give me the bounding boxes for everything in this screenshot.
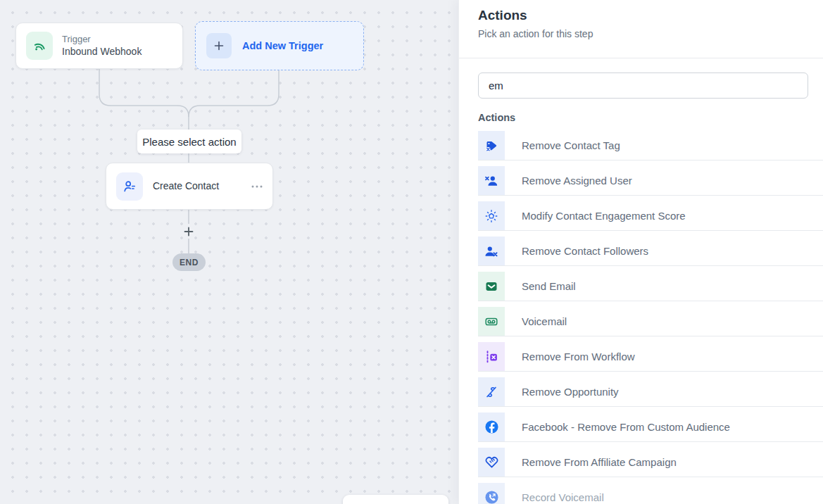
- followers-remove-icon: [478, 237, 505, 265]
- action-item-remove-from-affiliate-campaign[interactable]: Remove From Affiliate Campaign: [478, 448, 823, 477]
- voicemail-icon: [478, 307, 505, 336]
- end-badge: END: [172, 253, 206, 271]
- add-new-trigger-button[interactable]: Add New Trigger: [195, 21, 364, 70]
- actions-panel: Actions Pick an action for this step Act…: [458, 0, 823, 504]
- action-item-remove-contact-followers[interactable]: Remove Contact Followers: [478, 237, 823, 266]
- trigger-node-text: Trigger Inbound Webhook: [62, 34, 142, 58]
- create-contact-label: Create Contact: [153, 179, 219, 192]
- trigger-node-title: Inbound Webhook: [62, 45, 142, 58]
- plus-icon: [206, 33, 232, 58]
- canvas-toolbar-partial[interactable]: [343, 495, 448, 504]
- create-contact-icon: [116, 172, 143, 201]
- action-item-record-voicemail[interactable]: Record Voicemail: [478, 483, 823, 504]
- select-action-label: Please select action: [137, 130, 241, 153]
- webhook-icon: [26, 32, 53, 60]
- tag-remove-icon: [478, 131, 505, 160]
- action-item-remove-assigned-user[interactable]: Remove Assigned User: [478, 166, 823, 196]
- panel-subtitle: Pick an action for this step: [478, 28, 823, 39]
- action-item-remove-opportunity[interactable]: Remove Opportunity: [478, 377, 823, 407]
- action-item-remove-contact-tag[interactable]: Remove Contact Tag: [478, 131, 823, 160]
- trigger-node-type: Trigger: [62, 34, 142, 45]
- add-step-button[interactable]: [182, 225, 196, 239]
- user-remove-icon: [478, 166, 505, 195]
- workflow-canvas[interactable]: Trigger Inbound Webhook Add New Trigger …: [0, 0, 458, 504]
- node-menu-icon[interactable]: [251, 185, 263, 188]
- actions-section-header: Actions: [478, 112, 823, 123]
- engagement-score-icon: [478, 201, 505, 230]
- create-contact-node[interactable]: Create Contact: [106, 163, 273, 210]
- action-item-facebook-remove-from-custom-audience[interactable]: Facebook - Remove From Custom Audience: [478, 412, 823, 442]
- connector-lines: [0, 0, 458, 504]
- action-item-voicemail[interactable]: Voicemail: [478, 307, 823, 336]
- search-wrap: [459, 58, 823, 99]
- facebook-icon: [478, 412, 505, 441]
- record-voicemail-icon: [478, 483, 505, 504]
- action-list: Remove Contact Tag Remove Assigned User …: [478, 131, 823, 504]
- action-search-input[interactable]: [478, 73, 808, 99]
- panel-header: Actions Pick an action for this step: [459, 0, 823, 58]
- opportunity-remove-icon: [478, 377, 505, 406]
- action-item-modify-contact-engagement-score[interactable]: Modify Contact Engagement Score: [478, 201, 823, 231]
- trigger-node[interactable]: Trigger Inbound Webhook: [15, 23, 183, 69]
- affiliate-remove-icon: [478, 448, 505, 477]
- panel-title: Actions: [478, 8, 823, 23]
- add-new-trigger-label: Add New Trigger: [242, 40, 323, 51]
- email-icon: [478, 272, 505, 301]
- workflow-builder: Trigger Inbound Webhook Add New Trigger …: [0, 0, 823, 504]
- workflow-remove-icon: [478, 342, 505, 371]
- action-item-send-email[interactable]: Send Email: [478, 272, 823, 301]
- action-item-remove-from-workflow[interactable]: Remove From Workflow: [478, 342, 823, 372]
